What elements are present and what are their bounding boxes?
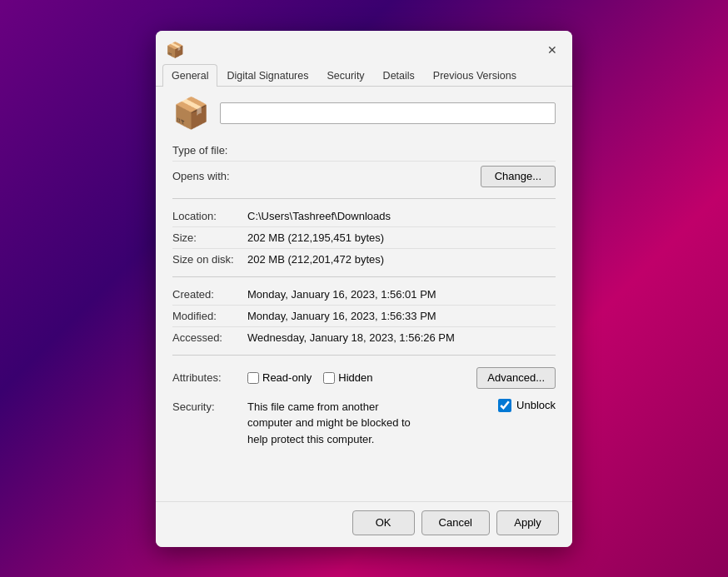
title-bar-icon: 📦 [166, 41, 184, 59]
security-row: Security: This file came from anothercom… [172, 394, 556, 453]
tab-details[interactable]: Details [374, 64, 424, 87]
divider-3 [172, 355, 556, 356]
unblock-check[interactable]: Unblock [498, 399, 556, 412]
cancel-button[interactable]: Cancel [421, 510, 490, 535]
file-header: 📦 [172, 98, 556, 128]
hidden-check[interactable]: Hidden [323, 371, 372, 384]
advanced-button[interactable]: Advanced... [476, 367, 556, 389]
created-label: Created: [172, 288, 247, 301]
change-button[interactable]: Change... [481, 166, 556, 187]
type-row: Type of file: [172, 140, 556, 162]
accessed-value: Wednesday, January 18, 2023, 1:56:26 PM [247, 331, 556, 344]
modified-value: Monday, January 16, 2023, 1:56:33 PM [247, 310, 556, 322]
unblock-label: Unblock [516, 399, 556, 411]
unblock-checkbox[interactable] [498, 399, 511, 412]
dialog-footer: OK Cancel Apply [156, 501, 572, 547]
attributes-label: Attributes: [172, 371, 247, 384]
type-section: Type of file: Opens with: Change... [172, 140, 556, 192]
file-icon: 📦 [172, 98, 210, 128]
location-label: Location: [172, 210, 247, 222]
readonly-label: Read-only [262, 371, 312, 384]
divider-1 [172, 198, 556, 199]
title-bar: 📦 ✕ [156, 31, 572, 61]
type-label: Type of file: [172, 144, 247, 157]
size-on-disk-value: 202 MB (212,201,472 bytes) [247, 253, 556, 266]
apply-button[interactable]: Apply [496, 510, 559, 535]
divider-2 [172, 276, 556, 277]
ok-button[interactable]: OK [352, 510, 415, 535]
tab-content-general: 📦 Type of file: Opens with: Change... Lo… [156, 87, 572, 501]
size-value: 202 MB (212,195,451 bytes) [247, 231, 556, 244]
size-on-disk-label: Size on disk: [172, 253, 247, 266]
readonly-check[interactable]: Read-only [247, 371, 312, 384]
file-name-input[interactable] [220, 102, 556, 124]
tab-digital-signatures[interactable]: Digital Signatures [217, 64, 317, 87]
dates-section: Created: Monday, January 16, 2023, 1:56:… [172, 284, 556, 348]
size-row: Size: 202 MB (212,195,451 bytes) [172, 227, 556, 249]
opens-with-row: Opens with: Change... [172, 162, 556, 192]
created-value: Monday, January 16, 2023, 1:56:01 PM [247, 288, 556, 301]
tab-security[interactable]: Security [317, 64, 373, 87]
attributes-controls: Read-only Hidden Advanced... [247, 367, 556, 389]
created-row: Created: Monday, January 16, 2023, 1:56:… [172, 284, 556, 306]
properties-dialog: 📦 ✕ General Digital Signatures Security … [156, 31, 572, 547]
accessed-label: Accessed: [172, 331, 247, 344]
security-label: Security: [172, 399, 247, 413]
size-section: Location: C:\Users\Tashreef\Downloads Si… [172, 206, 556, 270]
tab-previous-versions[interactable]: Previous Versions [424, 64, 526, 87]
tabs-bar: General Digital Signatures Security Deta… [156, 64, 572, 87]
size-label: Size: [172, 231, 247, 244]
location-row: Location: C:\Users\Tashreef\Downloads [172, 206, 556, 227]
size-on-disk-row: Size on disk: 202 MB (212,201,472 bytes) [172, 249, 556, 270]
tab-general[interactable]: General [162, 64, 217, 87]
attributes-row: Attributes: Read-only Hidden Advanced... [172, 362, 556, 394]
security-message: This file came from anothercomputer and … [247, 400, 411, 445]
location-value: C:\Users\Tashreef\Downloads [247, 210, 556, 222]
modified-row: Modified: Monday, January 16, 2023, 1:56… [172, 306, 556, 327]
modified-label: Modified: [172, 310, 247, 322]
readonly-checkbox[interactable] [247, 372, 259, 384]
security-text: This file came from anothercomputer and … [247, 399, 490, 448]
hidden-label: Hidden [338, 371, 372, 384]
close-button[interactable]: ✕ [542, 40, 562, 60]
accessed-row: Accessed: Wednesday, January 18, 2023, 1… [172, 327, 556, 348]
hidden-checkbox[interactable] [323, 372, 335, 384]
opens-with-label: Opens with: [172, 170, 247, 182]
